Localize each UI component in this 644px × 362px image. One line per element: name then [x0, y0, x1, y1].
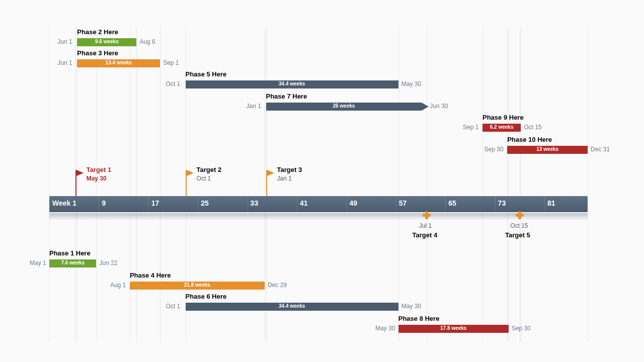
gridline [520, 27, 520, 196]
milestone-title: Target 5 [505, 231, 530, 239]
phase-title: Phase 9 Here [482, 114, 524, 121]
cross-icon [516, 211, 524, 219]
gridline [398, 27, 399, 196]
timeline-axis [49, 196, 588, 212]
phase-duration: 13 weeks [507, 146, 588, 152]
phase-title: Phase 7 Here [266, 93, 307, 100]
milestone-date: Oct 1 [197, 175, 211, 182]
phase-start-date: May 1 [30, 259, 46, 266]
gridline [77, 212, 77, 342]
axis-tick: 73 [498, 199, 506, 207]
phase-title: Phase 6 Here [186, 293, 227, 300]
gridline [75, 212, 76, 342]
axis-tick: 33 [251, 199, 259, 207]
phase-end-date: Jun 30 [430, 103, 448, 110]
gridline [265, 212, 265, 342]
gridline [136, 27, 137, 196]
phase-end-date: Sep 30 [512, 325, 531, 332]
gridline [482, 212, 483, 342]
phase-start-date: May 30 [375, 325, 395, 332]
phase-bar-arrow [422, 103, 429, 111]
phase-bar: 17.8 weeks [398, 325, 509, 333]
phase-start-date: Jun 1 [57, 59, 72, 66]
phase-title: Phase 1 Here [49, 249, 91, 257]
milestone-date: Jul 1 [419, 222, 432, 229]
milestone-date: Oct 15 [510, 222, 528, 229]
phase-duration: 9.6 weeks [77, 39, 136, 44]
gridline [521, 27, 521, 196]
gridline [130, 27, 130, 196]
phase-start-date: Sep 30 [485, 146, 504, 153]
phase-duration: 26 weeks [266, 103, 422, 109]
axis-tick: Week 1 [52, 199, 76, 207]
phase-bar: 13 weeks [507, 146, 588, 154]
phase-end-date: Aug 6 [139, 38, 155, 45]
flag-icon [76, 170, 84, 176]
gridline [266, 212, 267, 342]
axis-tick-line [248, 196, 248, 212]
gridline [265, 27, 265, 196]
phase-bar: 21.8 weeks [130, 282, 265, 290]
axis-tick-line [198, 196, 198, 212]
phase-start-date: Jun 1 [57, 38, 72, 45]
gridline [160, 27, 160, 196]
milestone-title: Target 4 [413, 231, 438, 239]
axis-tick-line [346, 196, 347, 212]
phase-start-date: Sep 1 [463, 124, 478, 131]
gantt-chart: Week 19172533414957657381Phase 1 Here7.6… [0, 0, 644, 362]
phase-duration: 21.8 weeks [130, 282, 265, 288]
axis-tick: 49 [349, 199, 357, 207]
axis-tick-line [297, 196, 297, 212]
phase-bar: 9.6 weeks [77, 38, 136, 46]
axis-tick: 65 [448, 199, 456, 207]
phase-start-date: Oct 1 [166, 80, 181, 87]
gridline [49, 27, 50, 196]
gridline [482, 27, 483, 196]
phase-title: Phase 3 Here [77, 49, 118, 57]
axis-tick-line [445, 196, 446, 212]
phase-bar: 7.6 weeks [49, 259, 96, 267]
axis-tick-line [544, 196, 545, 212]
phase-duration: 17.8 weeks [398, 325, 509, 331]
axis-tick-line [396, 196, 396, 212]
phase-end-date: Dec 31 [591, 146, 610, 153]
phase-end-date: May 30 [401, 303, 421, 310]
cross-icon [423, 211, 431, 219]
phase-title: Phase 8 Here [398, 315, 440, 322]
phase-end-date: Sep 1 [163, 59, 179, 66]
phase-end-date: May 30 [401, 80, 421, 87]
gridline [507, 27, 508, 196]
milestone-date: Jan 1 [277, 175, 292, 182]
phase-title: Phase 4 Here [130, 272, 171, 279]
phase-start-date: Aug 1 [110, 282, 126, 289]
phase-duration: 6.2 weeks [482, 124, 521, 130]
phase-duration: 7.6 weeks [49, 260, 96, 265]
phase-title: Phase 2 Here [77, 28, 118, 36]
gridline [588, 27, 588, 196]
flag-icon [187, 170, 194, 176]
phase-duration: 34.4 weeks [186, 303, 398, 309]
milestone-date: May 30 [87, 175, 107, 182]
phase-start-date: Jan 1 [247, 103, 261, 110]
gridline [96, 212, 97, 342]
axis-tick: 81 [547, 199, 555, 207]
axis-tick: 17 [151, 199, 159, 207]
axis-tick-line [99, 196, 99, 212]
phase-bar: 34.4 weeks [186, 303, 398, 311]
phase-bar: 26 weeks [266, 103, 422, 111]
gridline [398, 212, 399, 342]
milestone-title: Target 1 [87, 166, 112, 173]
phase-end-date: Jun 22 [99, 259, 117, 266]
axis-tick-line [148, 196, 149, 212]
axis-tick: 41 [300, 199, 308, 207]
axis-tick-line [495, 196, 496, 212]
gridline [509, 27, 509, 196]
axis-tick: 57 [399, 199, 407, 207]
phase-end-date: Oct 15 [524, 124, 541, 131]
gridline [186, 212, 186, 342]
phase-bar: 6.2 weeks [482, 124, 521, 132]
phase-duration: 34.4 weeks [186, 81, 398, 86]
gridline [427, 27, 427, 196]
milestone-title: Target 3 [277, 166, 302, 173]
milestone-title: Target 2 [197, 166, 222, 173]
